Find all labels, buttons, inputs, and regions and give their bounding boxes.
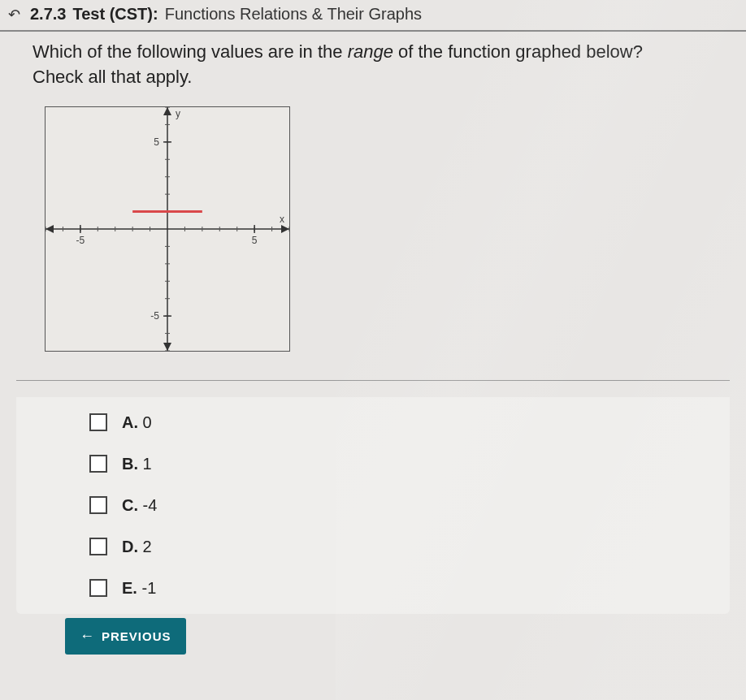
question-line2: Check all that apply. (33, 67, 192, 87)
answer-text: -4 (143, 496, 158, 514)
answer-letter: E. (122, 579, 137, 597)
back-icon[interactable]: ↶ (8, 6, 20, 24)
graph-svg: -55-55yx (46, 107, 289, 351)
test-header: ↶ 2.7.3 Test (CST): Functions Relations … (0, 0, 746, 32)
answer-letter: A. (122, 413, 138, 431)
svg-text:5: 5 (154, 136, 159, 147)
question-part-b: of the function graphed below? (393, 41, 643, 62)
svg-text:y: y (176, 108, 180, 119)
svg-marker-4 (163, 107, 171, 115)
answer-text: 0 (143, 413, 152, 431)
svg-marker-3 (46, 225, 54, 233)
answer-text: 2 (143, 538, 152, 555)
answer-option: B. 1 (89, 455, 681, 473)
test-title: Functions Relations & Their Graphs (165, 5, 422, 24)
answer-letter: B. (122, 455, 138, 473)
answer-option: D. 2 (89, 538, 681, 556)
svg-text:x: x (280, 214, 284, 225)
checkbox-c[interactable] (89, 496, 107, 514)
answer-letter: C. (122, 496, 138, 514)
svg-text:5: 5 (252, 235, 258, 246)
svg-marker-5 (163, 343, 171, 351)
checkbox-e[interactable] (89, 579, 107, 597)
previous-button[interactable]: ← PREVIOUS (65, 618, 186, 655)
function-graph: -55-55yx (45, 106, 290, 352)
question-range-word: range (348, 41, 393, 62)
answer-text: -1 (141, 579, 156, 597)
svg-text:-5: -5 (150, 310, 159, 322)
checkbox-d[interactable] (89, 538, 107, 555)
previous-label: PREVIOUS (102, 629, 171, 643)
test-number: 2.7.3 (30, 5, 66, 24)
svg-marker-2 (281, 225, 289, 233)
answer-option: C. -4 (89, 496, 681, 515)
answer-option: E. -1 (89, 579, 681, 598)
arrow-left-icon: ← (80, 628, 95, 645)
answer-text: 1 (143, 455, 152, 473)
test-label: Test (CST): (72, 5, 158, 24)
section-divider (16, 380, 730, 381)
graph-container: -55-55yx (45, 106, 746, 352)
svg-text:-5: -5 (76, 235, 85, 246)
answer-option: A. 0 (89, 413, 681, 432)
answer-letter: D. (122, 538, 138, 555)
checkbox-a[interactable] (89, 413, 107, 431)
question-part-a: Which of the following values are in the (33, 41, 348, 62)
answer-list: A. 0 B. 1 C. -4 D. 2 E. -1 (16, 397, 730, 614)
checkbox-b[interactable] (89, 455, 107, 473)
question-text: Which of the following values are in the… (0, 32, 746, 98)
